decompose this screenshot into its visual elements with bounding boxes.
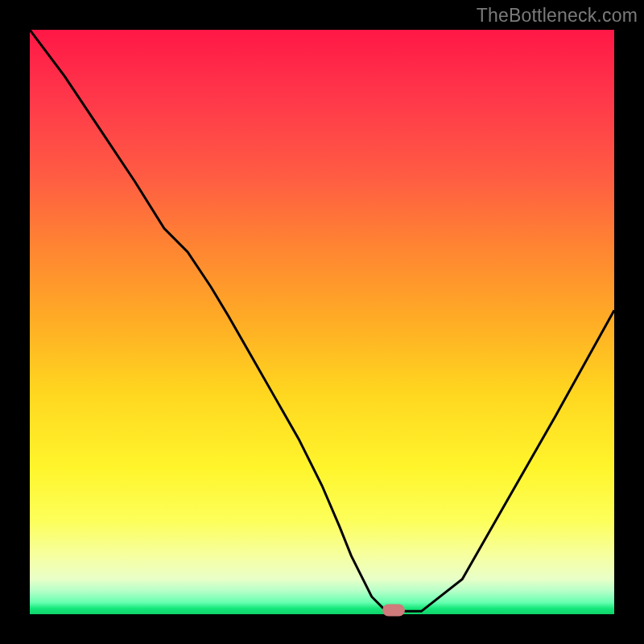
optimum-marker	[382, 604, 405, 616]
watermark-text: TheBottleneck.com	[477, 5, 638, 27]
bottleneck-curve	[30, 30, 614, 614]
chart-frame: TheBottleneck.com	[0, 0, 644, 644]
plot-area	[30, 30, 614, 614]
curve-path	[30, 30, 614, 611]
